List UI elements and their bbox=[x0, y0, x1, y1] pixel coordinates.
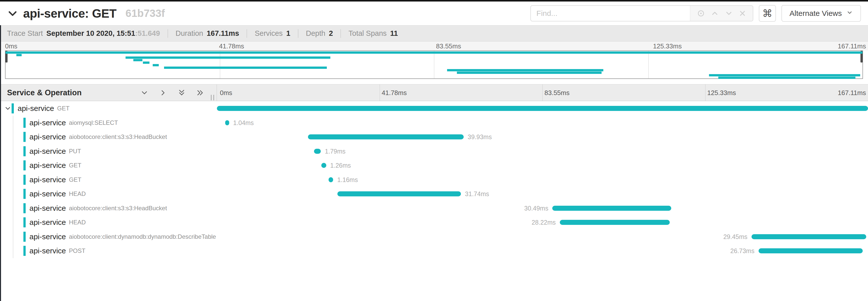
span-name-cell[interactable]: api-serviceGET bbox=[0, 173, 217, 187]
span-bar-cell[interactable]: 39.93ms bbox=[217, 130, 868, 144]
expand-all-double-chevron-right-icon[interactable] bbox=[196, 88, 205, 97]
span-bar-cell[interactable]: 1.16ms bbox=[217, 173, 868, 187]
span-name-cell[interactable]: api-serviceaiomysql:SELECT bbox=[0, 116, 217, 130]
span-duration-label: 28.22ms bbox=[532, 219, 556, 226]
span-duration-bar[interactable] bbox=[314, 149, 321, 154]
trace-summary-bar: Trace StartSeptember 10 2020, 15:51:51.6… bbox=[0, 25, 868, 42]
span-duration-label: 31.74ms bbox=[465, 190, 489, 198]
span-bar-cell[interactable]: 1.04ms bbox=[217, 116, 868, 130]
span-duration-label: 1.79ms bbox=[325, 147, 345, 155]
span-name-cell[interactable]: api-servicePOST bbox=[0, 244, 217, 258]
service-color-bar bbox=[23, 189, 26, 199]
operation-name: GET bbox=[57, 105, 69, 112]
span-duration-bar[interactable] bbox=[758, 248, 863, 253]
indent-guide-line bbox=[13, 201, 13, 216]
next-match-chevron-down-icon[interactable] bbox=[724, 9, 733, 18]
operation-name: HEAD bbox=[69, 219, 86, 226]
trace-minimap-canvas[interactable] bbox=[5, 50, 863, 79]
span-expander-chevron-down-icon[interactable] bbox=[4, 105, 11, 112]
alternate-views-button[interactable]: Alternate Views bbox=[781, 5, 861, 22]
meta-value: September 10 2020, 15:51 bbox=[46, 29, 135, 37]
span-name-cell[interactable]: api-serviceGET bbox=[0, 158, 217, 173]
operation-name: PUT bbox=[69, 148, 81, 155]
span-bar-cell[interactable]: 30.49ms bbox=[217, 201, 868, 216]
span-bar-cell[interactable]: 31.74ms bbox=[217, 187, 868, 201]
span-duration-bar[interactable] bbox=[329, 177, 333, 182]
span-name-cell[interactable]: api-serviceGET bbox=[0, 101, 217, 116]
keyboard-shortcuts-button[interactable]: ⌘ bbox=[759, 5, 776, 22]
service-name: api-service bbox=[29, 133, 66, 141]
span-row[interactable]: api-serviceGET bbox=[0, 101, 868, 116]
prev-match-chevron-up-icon[interactable] bbox=[711, 9, 719, 18]
column-resizer-grip[interactable] bbox=[211, 95, 214, 100]
clear-find-x-icon[interactable] bbox=[738, 9, 746, 18]
tick-label: 41.78ms bbox=[382, 89, 407, 97]
trace-page-header: api-service: GET 61b733f bbox=[0, 1, 868, 25]
span-row[interactable]: api-servicePUT1.79ms bbox=[0, 144, 868, 159]
operation-name: aiobotocore:client:s3:s3:HeadBucket bbox=[69, 205, 167, 212]
span-row[interactable]: api-serviceHEAD31.74ms bbox=[0, 187, 868, 201]
span-row[interactable]: api-serviceaiobotocore:client:s3:s3:Head… bbox=[0, 201, 868, 216]
span-duration-bar[interactable] bbox=[217, 106, 868, 111]
span-bar-cell[interactable]: 28.22ms bbox=[217, 215, 868, 230]
minimap-span-bar bbox=[153, 64, 159, 66]
operation-name: aiobotocore:client:s3:s3:HeadBucket bbox=[69, 133, 167, 140]
locate-icon[interactable] bbox=[697, 9, 705, 18]
span-row[interactable]: api-serviceaiobotocore:client:s3:s3:Head… bbox=[0, 130, 868, 144]
collapse-trace-chevron-down-icon[interactable] bbox=[7, 8, 18, 19]
service-color-bar bbox=[23, 118, 26, 128]
service-color-bar bbox=[23, 160, 26, 170]
service-operation-title: Service & Operation bbox=[7, 88, 82, 97]
minimap-span-bar bbox=[447, 69, 603, 71]
span-duration-bar[interactable] bbox=[308, 134, 463, 139]
span-duration-bar[interactable] bbox=[337, 191, 461, 196]
span-row[interactable]: api-serviceGET1.26ms bbox=[0, 158, 868, 173]
indent-guide-line bbox=[13, 230, 13, 244]
span-name-cell[interactable]: api-serviceHEAD bbox=[0, 187, 217, 201]
trace-title-group[interactable]: api-service: GET 61b733f bbox=[7, 6, 165, 21]
chevron-down-icon bbox=[846, 9, 853, 18]
span-duration-label: 1.26ms bbox=[330, 162, 351, 169]
service-name: api-service bbox=[29, 118, 66, 127]
span-bar-cell[interactable] bbox=[217, 101, 868, 116]
span-bar-cell[interactable]: 1.79ms bbox=[217, 144, 868, 159]
span-row[interactable]: api-serviceaiobotocore:client:dynamodb:d… bbox=[0, 230, 868, 244]
indent-guide-line bbox=[13, 116, 13, 130]
expand-one-chevron-right-icon[interactable] bbox=[159, 88, 167, 97]
meta-item: Services1 bbox=[255, 29, 290, 37]
span-row[interactable]: api-servicePOST26.73ms bbox=[0, 244, 868, 258]
collapse-one-chevron-down-icon[interactable] bbox=[140, 88, 149, 97]
span-duration-bar[interactable] bbox=[225, 120, 229, 125]
span-name-cell[interactable]: api-serviceaiobotocore:client:s3:s3:Head… bbox=[0, 201, 217, 216]
minimap-span-bar bbox=[133, 59, 143, 61]
span-row[interactable]: api-serviceHEAD28.22ms bbox=[0, 215, 868, 230]
trace-title: api-service: GET bbox=[23, 6, 117, 21]
timeline-tick-header[interactable]: 0ms41.78ms83.55ms125.33ms167.11ms bbox=[217, 84, 868, 101]
tick-label: 167.11ms bbox=[838, 43, 866, 50]
indent-guide-line bbox=[13, 173, 13, 187]
span-row[interactable]: api-serviceaiomysql:SELECT1.04ms bbox=[0, 116, 868, 130]
span-duration-label: 1.04ms bbox=[233, 119, 254, 126]
span-name-cell[interactable]: api-serviceaiobotocore:client:s3:s3:Head… bbox=[0, 130, 217, 144]
tick-label: 41.78ms bbox=[219, 43, 244, 50]
span-duration-bar[interactable] bbox=[552, 206, 671, 211]
meta-item: Total Spans11 bbox=[348, 29, 398, 37]
span-name-cell[interactable]: api-serviceaiobotocore:client:dynamodb:d… bbox=[0, 230, 217, 244]
meta-separator bbox=[298, 29, 299, 38]
span-bar-cell[interactable]: 29.45ms bbox=[217, 230, 868, 244]
service-color-bar bbox=[23, 175, 26, 185]
span-duration-bar[interactable] bbox=[560, 220, 670, 225]
span-row[interactable]: api-serviceGET1.16ms bbox=[0, 173, 868, 187]
span-bar-cell[interactable]: 1.26ms bbox=[217, 158, 868, 173]
span-duration-bar[interactable] bbox=[321, 163, 326, 168]
indent-guide-line bbox=[13, 130, 13, 144]
span-name-cell[interactable]: api-servicePUT bbox=[0, 144, 217, 159]
span-name-cell[interactable]: api-serviceHEAD bbox=[0, 215, 217, 230]
header-gridline bbox=[705, 84, 706, 101]
command-icon: ⌘ bbox=[762, 7, 772, 19]
tick-label: 125.33ms bbox=[653, 43, 682, 50]
span-duration-bar[interactable] bbox=[751, 234, 866, 239]
collapse-all-double-chevron-down-icon[interactable] bbox=[177, 88, 186, 97]
find-input[interactable] bbox=[531, 6, 690, 21]
span-bar-cell[interactable]: 26.73ms bbox=[217, 244, 868, 258]
